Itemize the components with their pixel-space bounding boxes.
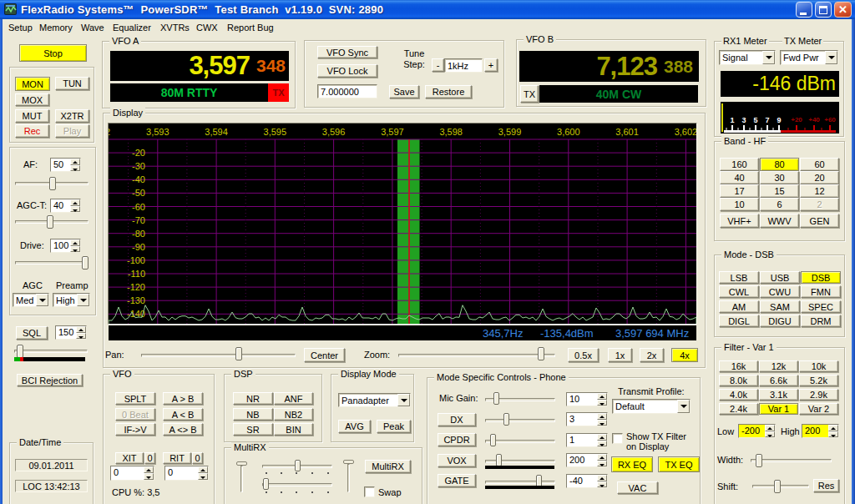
svg-text:-70: -70 [132,215,145,225]
svg-text:3,600: 3,600 [557,127,580,137]
svg-text:+40: +40 [808,116,820,123]
svg-text:-30: -30 [132,161,145,171]
svg-text:-100: -100 [127,255,145,265]
svg-text:3,598: 3,598 [439,127,463,137]
svg-text:9: 9 [777,116,781,124]
svg-text:3,592: 3,592 [109,127,110,137]
svg-text:-80: -80 [132,229,145,239]
svg-text:3,594: 3,594 [205,127,228,137]
svg-text:+20: +20 [791,116,802,123]
svg-text:7: 7 [765,116,769,124]
svg-text:3,596: 3,596 [322,127,346,137]
svg-text:3,601: 3,601 [615,127,639,137]
svg-text:-120: -120 [127,282,145,292]
svg-text:+60: +60 [824,116,836,123]
svg-text:1: 1 [730,116,734,124]
svg-text:3,602: 3,602 [675,127,696,137]
svg-text:3,599: 3,599 [498,127,522,137]
svg-text:3,593: 3,593 [146,127,169,137]
svg-text:-110: -110 [128,269,145,279]
svg-text:3: 3 [741,116,746,124]
svg-text:-130: -130 [127,295,145,305]
svg-text:3,597: 3,597 [381,127,404,137]
svg-text:-60: -60 [132,202,145,212]
svg-text:-20: -20 [132,148,145,158]
svg-text:-40: -40 [132,174,145,184]
svg-text:5: 5 [753,116,757,124]
svg-text:-50: -50 [132,188,145,198]
svg-text:-90: -90 [132,242,145,252]
svg-text:3,595: 3,595 [264,127,287,137]
